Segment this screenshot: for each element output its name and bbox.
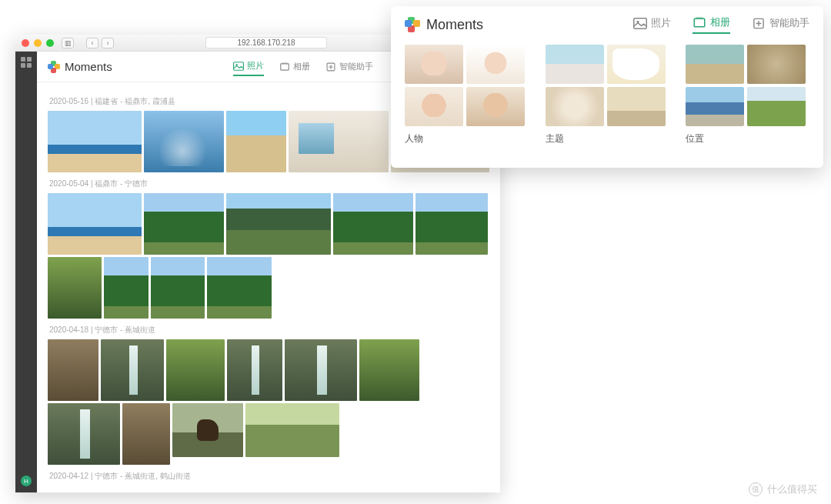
photo-thumb[interactable]: [226, 111, 286, 172]
album-icon: [692, 17, 706, 28]
thumb: [686, 45, 744, 84]
avatar[interactable]: H: [21, 476, 32, 486]
photo-thumb[interactable]: [144, 111, 224, 172]
photo-thumb[interactable]: [285, 339, 357, 401]
photo-thumb[interactable]: [48, 111, 142, 172]
tab-assistant[interactable]: 智能助手: [752, 15, 809, 34]
tab-albums[interactable]: 相册: [692, 15, 730, 34]
thumb: [607, 45, 666, 84]
section-date: 2020-05-04 | 福鼎市 - 宁德市: [49, 179, 489, 189]
tab-assistant[interactable]: 智能助手: [325, 57, 373, 76]
app-brand: Moments: [405, 17, 483, 33]
group-label: 位置: [686, 132, 809, 145]
svg-rect-0: [234, 62, 244, 70]
window-close-dot[interactable]: [22, 39, 29, 47]
window-min-dot[interactable]: [34, 39, 42, 47]
thumb: [747, 87, 806, 126]
photo-thumb[interactable]: [48, 403, 120, 465]
apps-grid-icon[interactable]: [21, 57, 32, 68]
app-brand: Moments: [48, 60, 112, 73]
thumb: [466, 87, 525, 126]
svg-rect-5: [634, 18, 647, 28]
app-title: Moments: [65, 60, 112, 73]
svg-rect-7: [694, 18, 705, 27]
thumb: [405, 87, 463, 126]
side-rail: H: [15, 52, 37, 492]
assistant-icon: [325, 62, 336, 72]
photo-thumb[interactable]: [151, 257, 205, 319]
photo-thumb[interactable]: [48, 339, 98, 401]
svg-rect-2: [281, 63, 289, 69]
photo-thumb[interactable]: [101, 339, 164, 401]
tab-photos[interactable]: 照片: [633, 15, 671, 34]
album-group-location[interactable]: 位置: [686, 45, 809, 145]
section-date: 2020-04-18 | 宁德市 - 蕉城街道: [49, 325, 489, 335]
group-label: 人物: [405, 132, 529, 145]
tab-albums[interactable]: 相册: [279, 57, 310, 76]
moments-logo-icon: [405, 17, 420, 32]
photo-thumb[interactable]: [226, 193, 331, 255]
thumb: [686, 87, 744, 126]
photo-icon: [233, 62, 244, 71]
svg-rect-3: [282, 62, 288, 64]
photo-thumb[interactable]: [245, 403, 339, 457]
photo-thumb[interactable]: [48, 193, 142, 255]
address-bar[interactable]: 192.168.170.218: [205, 37, 326, 48]
back-button[interactable]: ‹: [86, 38, 98, 48]
thumb: [405, 45, 463, 84]
group-label: 主题: [546, 132, 669, 145]
watermark-icon: 值: [749, 482, 763, 496]
photo-thumb[interactable]: [289, 111, 389, 172]
assistant-icon: [752, 18, 766, 29]
section-date: 2020-04-12 | 宁德市 - 蕉城街道, 鹤山街道: [49, 471, 489, 482]
thumb: [607, 87, 666, 126]
thumb: [546, 87, 604, 126]
thumb: [747, 45, 806, 84]
photo-thumb[interactable]: [172, 403, 243, 457]
moments-logo-icon: [48, 61, 60, 73]
photo-icon: [633, 18, 647, 29]
album-group-people[interactable]: 人物: [405, 45, 529, 145]
window-max-dot[interactable]: [46, 39, 54, 47]
photo-row: [48, 193, 489, 319]
photo-thumb[interactable]: [166, 339, 225, 401]
photo-thumb[interactable]: [144, 193, 224, 255]
svg-rect-8: [696, 17, 703, 18]
photo-thumb[interactable]: [227, 339, 282, 401]
photo-row: [48, 339, 489, 465]
photo-thumb[interactable]: [207, 257, 272, 319]
thumb: [546, 45, 604, 84]
tab-photos[interactable]: 照片: [233, 57, 264, 76]
photo-thumb[interactable]: [122, 403, 170, 465]
photo-thumb[interactable]: [333, 193, 413, 255]
forward-button[interactable]: ›: [102, 38, 114, 48]
album-group-subject[interactable]: 主题: [546, 45, 669, 145]
album-icon: [279, 62, 290, 72]
watermark: 值 什么值得买: [749, 482, 817, 496]
photo-thumb[interactable]: [48, 257, 102, 319]
albums-panel: Moments 照片 相册 智能助手 人物: [391, 6, 823, 168]
photo-thumb[interactable]: [359, 339, 419, 401]
thumb: [466, 45, 525, 84]
photo-thumb[interactable]: [104, 257, 149, 319]
sidebar-toggle-icon[interactable]: ▥: [62, 38, 74, 48]
photo-thumb[interactable]: [416, 193, 488, 255]
